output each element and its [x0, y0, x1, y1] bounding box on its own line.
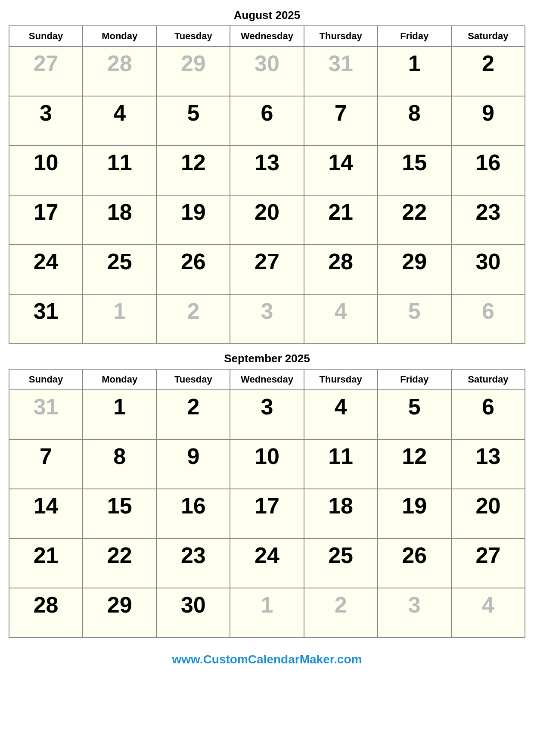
calendar-day[interactable]: 30 — [451, 245, 525, 294]
calendar-day[interactable]: 2 — [451, 47, 525, 96]
day-header: Sunday — [9, 369, 83, 390]
calendar-week-row: 3456789 — [9, 96, 525, 146]
calendar-day[interactable]: 16 — [156, 489, 230, 538]
calendar-day[interactable]: 7 — [304, 96, 378, 146]
day-header: Saturday — [451, 369, 525, 390]
calendar-day[interactable]: 18 — [304, 489, 378, 538]
september-calendar: September 2025 SundayMondayTuesdayWednes… — [9, 352, 525, 638]
calendar-day[interactable]: 5 — [378, 294, 451, 344]
calendar-day[interactable]: 26 — [156, 245, 230, 294]
calendar-day[interactable]: 28 — [83, 47, 156, 96]
calendar-day[interactable]: 19 — [378, 489, 451, 538]
calendar-day[interactable]: 10 — [9, 146, 83, 195]
calendar-day[interactable]: 3 — [378, 588, 451, 638]
calendar-day[interactable]: 30 — [230, 47, 304, 96]
calendar-day[interactable]: 23 — [156, 538, 230, 588]
calendar-day[interactable]: 31 — [9, 294, 83, 344]
calendar-day[interactable]: 19 — [156, 195, 230, 245]
august-title: August 2025 — [9, 9, 525, 22]
calendar-day[interactable]: 10 — [230, 439, 304, 489]
calendar-day[interactable]: 29 — [378, 245, 451, 294]
calendar-day[interactable]: 7 — [9, 439, 83, 489]
day-header: Tuesday — [156, 26, 230, 47]
calendar-day[interactable]: 1 — [378, 47, 451, 96]
calendar-day[interactable]: 3 — [230, 390, 304, 439]
calendar-day[interactable]: 21 — [9, 538, 83, 588]
august-header-row: SundayMondayTuesdayWednesdayThursdayFrid… — [9, 26, 525, 47]
calendar-day[interactable]: 3 — [230, 294, 304, 344]
calendar-day[interactable]: 21 — [304, 195, 378, 245]
calendar-day[interactable]: 26 — [378, 538, 451, 588]
calendar-day[interactable]: 27 — [230, 245, 304, 294]
calendar-day[interactable]: 15 — [378, 146, 451, 195]
calendar-day[interactable]: 17 — [230, 489, 304, 538]
september-title: September 2025 — [9, 352, 525, 365]
calendar-day[interactable]: 31 — [304, 47, 378, 96]
calendar-day[interactable]: 6 — [451, 390, 525, 439]
calendar-week-row: 21222324252627 — [9, 538, 525, 588]
calendar-day[interactable]: 31 — [9, 390, 83, 439]
calendar-day[interactable]: 4 — [451, 588, 525, 638]
day-header: Friday — [378, 369, 451, 390]
day-header: Thursday — [304, 369, 378, 390]
calendar-day[interactable]: 20 — [230, 195, 304, 245]
calendar-day[interactable]: 15 — [83, 489, 156, 538]
calendar-day[interactable]: 5 — [156, 96, 230, 146]
calendar-day[interactable]: 14 — [304, 146, 378, 195]
calendar-day[interactable]: 28 — [9, 588, 83, 638]
august-calendar: August 2025 SundayMondayTuesdayWednesday… — [9, 9, 525, 344]
calendar-day[interactable]: 2 — [156, 294, 230, 344]
calendar-day[interactable]: 25 — [83, 245, 156, 294]
calendar-week-row: 24252627282930 — [9, 245, 525, 294]
calendar-day[interactable]: 2 — [156, 390, 230, 439]
calendar-day[interactable]: 8 — [378, 96, 451, 146]
september-table: SundayMondayTuesdayWednesdayThursdayFrid… — [9, 369, 525, 638]
calendar-day[interactable]: 20 — [451, 489, 525, 538]
day-header: Wednesday — [230, 369, 304, 390]
day-header: Thursday — [304, 26, 378, 47]
calendar-day[interactable]: 11 — [83, 146, 156, 195]
calendar-day[interactable]: 16 — [451, 146, 525, 195]
calendar-day[interactable]: 9 — [156, 439, 230, 489]
day-header: Monday — [83, 369, 156, 390]
calendar-day[interactable]: 6 — [451, 294, 525, 344]
calendar-day[interactable]: 30 — [156, 588, 230, 638]
calendar-day[interactable]: 13 — [230, 146, 304, 195]
day-header: Saturday — [451, 26, 525, 47]
calendar-day[interactable]: 22 — [378, 195, 451, 245]
calendar-day[interactable]: 22 — [83, 538, 156, 588]
calendar-day[interactable]: 24 — [9, 245, 83, 294]
calendar-day[interactable]: 25 — [304, 538, 378, 588]
calendar-day[interactable]: 4 — [83, 96, 156, 146]
calendar-day[interactable]: 4 — [304, 390, 378, 439]
calendar-day[interactable]: 1 — [83, 390, 156, 439]
calendar-day[interactable]: 1 — [230, 588, 304, 638]
calendar-day[interactable]: 9 — [451, 96, 525, 146]
calendar-day[interactable]: 13 — [451, 439, 525, 489]
day-header: Monday — [83, 26, 156, 47]
calendar-day[interactable]: 18 — [83, 195, 156, 245]
calendar-day[interactable]: 27 — [9, 47, 83, 96]
calendar-day[interactable]: 12 — [156, 146, 230, 195]
calendar-day[interactable]: 28 — [304, 245, 378, 294]
calendar-day[interactable]: 3 — [9, 96, 83, 146]
calendar-day[interactable]: 29 — [156, 47, 230, 96]
calendar-day[interactable]: 29 — [83, 588, 156, 638]
calendar-day[interactable]: 14 — [9, 489, 83, 538]
day-header: Sunday — [9, 26, 83, 47]
calendar-week-row: 14151617181920 — [9, 489, 525, 538]
calendar-day[interactable]: 24 — [230, 538, 304, 588]
calendar-day[interactable]: 12 — [378, 439, 451, 489]
calendar-day[interactable]: 5 — [378, 390, 451, 439]
calendar-day[interactable]: 27 — [451, 538, 525, 588]
footer-link[interactable]: www.CustomCalendarMaker.com — [172, 653, 362, 666]
calendar-day[interactable]: 11 — [304, 439, 378, 489]
day-header: Tuesday — [156, 369, 230, 390]
calendar-day[interactable]: 2 — [304, 588, 378, 638]
calendar-day[interactable]: 8 — [83, 439, 156, 489]
calendar-day[interactable]: 1 — [83, 294, 156, 344]
calendar-day[interactable]: 23 — [451, 195, 525, 245]
calendar-day[interactable]: 17 — [9, 195, 83, 245]
calendar-day[interactable]: 6 — [230, 96, 304, 146]
calendar-day[interactable]: 4 — [304, 294, 378, 344]
